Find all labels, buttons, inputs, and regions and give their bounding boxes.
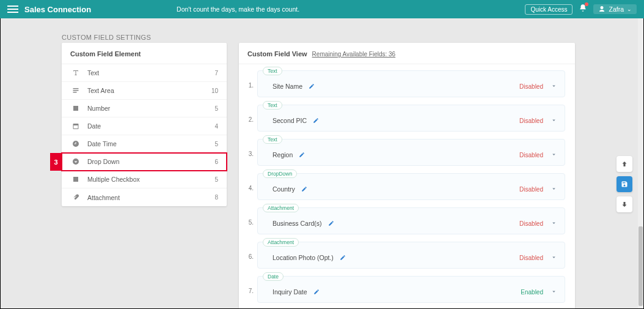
field-name: Business Card(s)	[273, 220, 322, 227]
element-label: Drop Down	[87, 158, 214, 165]
hamburger-menu-icon[interactable]	[7, 6, 18, 13]
save-button[interactable]	[617, 176, 632, 192]
chevron-down-icon[interactable]	[551, 252, 557, 263]
field-name: Country	[273, 185, 295, 193]
notification-dot	[585, 2, 588, 6]
edit-icon[interactable]	[313, 286, 320, 297]
field-card[interactable]: TextRegionDisabled	[257, 139, 565, 166]
element-type-text-area[interactable]: Text Area10	[62, 82, 227, 100]
field-status: Disabled	[519, 117, 543, 124]
field-row: 1.TextSite NameDisabled	[244, 70, 565, 97]
remaining-fields-link[interactable]: Remaining Available Fields: 36	[312, 51, 396, 58]
edit-icon[interactable]	[309, 81, 315, 92]
edit-icon[interactable]	[328, 218, 334, 229]
number-icon	[70, 105, 81, 112]
notifications-icon[interactable]	[579, 4, 587, 15]
attachment-icon	[70, 194, 81, 201]
field-type-tag: Text	[263, 101, 282, 110]
field-name: Location Photo (Opt.)	[273, 254, 334, 261]
scrollbar-thumb[interactable]	[639, 226, 643, 306]
field-status: Disabled	[519, 255, 543, 261]
field-row: 6.AttachmentLocation Photo (Opt.)Disable…	[244, 242, 565, 269]
chevron-down-icon[interactable]	[551, 81, 557, 92]
field-status: Disabled	[519, 152, 543, 158]
chevron-down-icon[interactable]	[551, 218, 557, 229]
field-card[interactable]: DateInquiry DateEnabled	[257, 276, 565, 303]
top-bar: Sales Connection Don't count the days, m…	[0, 0, 644, 18]
field-row: 4.DropDownCountryDisabled	[244, 173, 565, 200]
field-number: 2.	[244, 105, 257, 123]
field-status: Disabled	[519, 83, 543, 90]
field-type-tag: Date	[263, 272, 284, 281]
field-row: 3.TextRegionDisabled	[244, 139, 565, 166]
chevron-down-icon: ⌄	[627, 6, 632, 12]
field-number: 4.	[244, 173, 257, 192]
elements-panel-header: Custom Field Element	[62, 43, 227, 64]
edit-icon[interactable]	[301, 184, 307, 195]
field-number: 3.	[244, 139, 257, 157]
element-label: Attachment	[87, 194, 214, 201]
field-row: 5.AttachmentBusiness Card(s)Disabled	[244, 207, 565, 234]
element-label: Text	[87, 69, 214, 76]
element-type-number[interactable]: Number5	[62, 100, 227, 117]
view-panel-header: Custom Field View	[247, 50, 307, 58]
avatar-icon	[598, 6, 606, 13]
chevron-down-icon[interactable]	[551, 184, 557, 195]
element-label: Date	[87, 122, 214, 130]
chevron-down-icon[interactable]	[551, 149, 557, 160]
move-up-button[interactable]	[617, 156, 632, 172]
element-type-date[interactable]: Date4	[62, 117, 227, 135]
chevron-down-icon[interactable]	[551, 115, 557, 126]
field-card[interactable]: DropDownCountryDisabled	[257, 173, 565, 200]
element-count: 5	[214, 141, 218, 147]
side-action-bar	[617, 156, 632, 212]
tagline-text: Don't count the days, make the days coun…	[177, 6, 299, 13]
element-type-drop-down[interactable]: 3Drop Down6	[62, 153, 227, 171]
field-name: Region	[273, 151, 293, 158]
element-type-text[interactable]: Text7	[62, 64, 227, 82]
element-count: 10	[211, 87, 218, 94]
element-label: Multiple Checkbox	[87, 176, 214, 183]
edit-icon[interactable]	[299, 149, 305, 160]
field-card[interactable]: TextSite NameDisabled	[257, 70, 565, 97]
edit-icon[interactable]	[313, 115, 319, 126]
element-label: Date Time	[87, 140, 214, 147]
datetime-icon	[70, 140, 81, 147]
quick-access-button[interactable]: Quick Access	[525, 4, 573, 15]
element-type-date-time[interactable]: Date Time5	[62, 135, 227, 153]
field-number: 6.	[244, 242, 257, 260]
field-name: Inquiry Date	[273, 288, 307, 296]
field-type-tag: DropDown	[263, 169, 297, 178]
field-number: 7.	[244, 276, 257, 294]
field-card[interactable]: AttachmentBusiness Card(s)Disabled	[257, 207, 565, 234]
user-name: Zafra	[609, 6, 624, 13]
page-title: CUSTOM FIELD SETTINGS	[62, 34, 151, 41]
checkbox-icon	[70, 176, 81, 183]
field-type-tag: Attachment	[263, 204, 299, 212]
element-label: Number	[87, 105, 214, 112]
field-card[interactable]: TextSecond PICDisabled	[257, 105, 565, 132]
field-row: 7.DateInquiry DateEnabled	[244, 276, 565, 303]
element-count: 5	[214, 176, 218, 183]
field-status: Disabled	[519, 186, 543, 193]
element-type-attachment[interactable]: Attachment8	[62, 188, 227, 206]
element-count: 8	[214, 194, 218, 201]
chevron-down-icon[interactable]	[551, 286, 557, 297]
text-icon	[70, 69, 81, 76]
custom-field-element-panel: Custom Field Element Text7Text Area10Num…	[62, 43, 227, 206]
app-brand: Sales Connection	[24, 5, 91, 14]
custom-field-view-panel: Custom Field View Remaining Available Fi…	[239, 43, 575, 309]
date-icon	[70, 122, 81, 130]
move-down-button[interactable]	[617, 196, 632, 212]
field-status: Enabled	[521, 289, 543, 296]
element-count: 6	[214, 158, 218, 165]
element-count: 7	[214, 70, 218, 76]
field-name: Second PIC	[273, 117, 307, 124]
element-type-multiple-checkbox[interactable]: Multiple Checkbox5	[62, 171, 227, 188]
scrollbar[interactable]	[638, 18, 643, 308]
edit-icon[interactable]	[340, 252, 346, 263]
field-card[interactable]: AttachmentLocation Photo (Opt.)Disabled	[257, 242, 565, 269]
element-label: Text Area	[87, 87, 211, 94]
user-menu[interactable]: Zafra ⌄	[593, 4, 637, 14]
field-row: 2.TextSecond PICDisabled	[244, 105, 565, 132]
